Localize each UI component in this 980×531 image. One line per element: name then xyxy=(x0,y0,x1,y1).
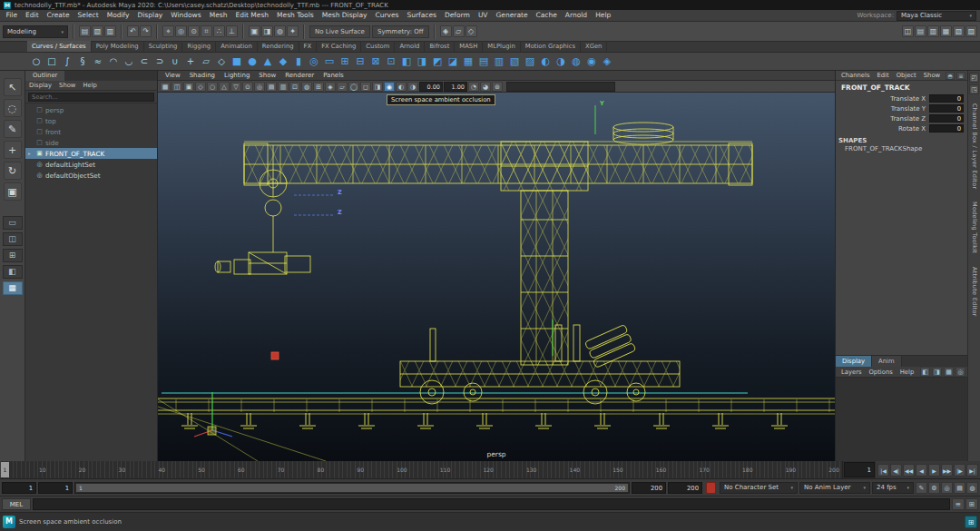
select-tool-icon[interactable]: ↖ xyxy=(4,78,22,96)
shelf-icon[interactable]: □ xyxy=(44,54,59,69)
shelf-icon[interactable]: ⊠ xyxy=(368,54,383,69)
outliner-search-input[interactable] xyxy=(28,93,154,102)
Translate X[interactable]: Translate X 0 xyxy=(836,93,967,103)
shelf-icon[interactable]: ◍ xyxy=(569,54,583,69)
script-editor-icon[interactable]: ≡ xyxy=(952,498,965,510)
gamma-field[interactable]: 1.00 xyxy=(444,82,467,92)
menu-item[interactable]: Cache xyxy=(532,10,561,21)
auto-keyframe-icon[interactable] xyxy=(706,482,716,494)
layer-editor-menu-item[interactable]: Help xyxy=(897,369,918,376)
viewport-menu-item[interactable]: Renderer xyxy=(280,72,318,79)
step-back-key-button[interactable]: ◀◀ xyxy=(903,464,915,477)
shelf-icon[interactable]: ▭ xyxy=(322,54,337,69)
channel-box-menu-item[interactable]: Channels xyxy=(838,72,873,79)
anim-layer-selector[interactable]: No Anim Layer xyxy=(799,482,870,494)
menu-item[interactable]: Arnold xyxy=(561,10,591,21)
viewport-toolbar-icon[interactable]: ◇ xyxy=(195,82,206,92)
viewport-menu-item[interactable]: Lighting xyxy=(220,72,254,79)
viewport-camera-dropdown[interactable] xyxy=(506,82,615,92)
shelf-tab[interactable]: Animation xyxy=(216,41,258,52)
anim-pref-icon[interactable]: ✎ xyxy=(916,482,927,494)
viewport-toolbar-icon[interactable]: ▣ xyxy=(183,82,194,92)
playback-start-field[interactable]: 1 xyxy=(38,482,73,494)
outliner-item[interactable]: □ side xyxy=(25,137,157,148)
grid-icon[interactable]: ⊞ xyxy=(965,516,977,528)
layout-outliner-persp[interactable]: ▦ xyxy=(3,281,23,295)
menu-item[interactable]: UV xyxy=(474,10,492,21)
live-surface-indicator[interactable]: No Live Surface xyxy=(309,25,370,38)
menu-item[interactable]: Surfaces xyxy=(403,10,440,21)
viewport-toolbar-icon[interactable]: ⊙ xyxy=(242,82,253,92)
viewport-toolbar-icon[interactable]: ◻ xyxy=(360,82,371,92)
outliner-panel-tab[interactable]: Outliner xyxy=(25,71,64,81)
layer-list[interactable] xyxy=(836,378,967,461)
shelf-tab[interactable]: FX xyxy=(299,41,318,52)
shelf-icon[interactable]: ▧ xyxy=(507,54,522,69)
shelf-tab[interactable]: Sculpting xyxy=(144,41,183,52)
menu-item[interactable]: Select xyxy=(74,10,103,21)
shelf-icon[interactable]: ▮ xyxy=(291,54,306,69)
snap-icon[interactable]: ◎ xyxy=(175,25,187,37)
viewport-toolbar-icon[interactable]: ⊚ xyxy=(492,82,503,92)
shelf-icon[interactable]: ▥ xyxy=(492,54,506,69)
shelf-icon[interactable]: ◐ xyxy=(538,54,553,69)
shelf-icon[interactable]: ◨ xyxy=(415,54,429,69)
shelf-icon[interactable]: ◇ xyxy=(214,54,229,69)
viewport-toolbar-icon[interactable]: △ xyxy=(219,82,230,92)
step-forward-frame-button[interactable]: |▶ xyxy=(954,464,965,477)
viewport-toolbar-icon[interactable]: ◨ xyxy=(372,82,383,92)
selected-object-name[interactable]: FRONT_OF_TRACK xyxy=(836,81,967,93)
panel-strip-label[interactable]: Modeling Toolkit xyxy=(971,202,978,253)
shelf-icon[interactable]: ▦ xyxy=(461,54,475,69)
step-back-frame-button[interactable]: ◀| xyxy=(890,464,902,477)
scale-tool-icon[interactable]: ▣ xyxy=(4,182,22,201)
channel-value-field[interactable]: 0 xyxy=(929,114,964,123)
channel-box-menu-item[interactable]: Object xyxy=(893,72,920,79)
file-status-icon[interactable]: ▥ xyxy=(104,25,116,37)
play-forward-button[interactable]: ▶ xyxy=(928,464,940,477)
menu-item[interactable]: Curves xyxy=(371,10,403,21)
outliner-menu-item[interactable]: Help xyxy=(79,82,101,89)
shelf-icon[interactable]: ∫ xyxy=(60,54,74,69)
menu-item[interactable]: Mesh xyxy=(205,10,231,21)
range-slider[interactable]: 1 200 xyxy=(74,482,630,494)
time-slider[interactable]: 1 11020304050607080901001101201301401501… xyxy=(0,461,843,478)
outliner-menu-item[interactable]: Show xyxy=(55,82,79,89)
layer-icon-button[interactable]: ◧ xyxy=(920,367,930,377)
menu-item[interactable]: Edit xyxy=(22,10,44,21)
shelf-icon[interactable]: ∪ xyxy=(168,54,182,69)
layout-four-pane[interactable]: ⊞ xyxy=(3,249,23,262)
shelf-icon[interactable]: ◪ xyxy=(446,54,460,69)
render-icon[interactable]: ◨ xyxy=(261,25,273,37)
status-icon[interactable]: ◈ xyxy=(440,25,452,37)
viewport-toolbar-icon[interactable]: ◫ xyxy=(172,82,182,92)
outliner-item[interactable]: ◎ defaultLightSet xyxy=(25,159,157,170)
shelf-tab[interactable]: Custom xyxy=(361,41,395,52)
menuset-selector[interactable]: Modeling xyxy=(3,25,68,38)
viewport-toolbar-icon[interactable]: ⊞ xyxy=(313,82,324,92)
shelf-icon[interactable]: ◉ xyxy=(584,54,599,69)
panel-strip-icon[interactable]: ◰ xyxy=(969,73,979,83)
shelf-tab[interactable]: MASH xyxy=(455,41,483,52)
channel-value-field[interactable]: 0 xyxy=(929,124,964,133)
shelf-icon[interactable]: ◡ xyxy=(122,54,136,69)
layout-two-pane[interactable]: ◫ xyxy=(3,232,23,246)
shelf-tab[interactable]: Poly Modeling xyxy=(92,41,144,52)
outliner-item[interactable]: ▸ ▣ FRONT_OF_TRACK xyxy=(25,148,157,159)
undo-redo-icon[interactable]: ↷ xyxy=(140,25,152,37)
render-icon[interactable]: ◍ xyxy=(274,25,286,37)
exposure-field[interactable]: 0.00 xyxy=(419,82,443,92)
render-icon[interactable]: ▣ xyxy=(249,25,260,37)
shelf-tab[interactable]: Curves / Surfaces xyxy=(27,41,92,52)
shelf-tab[interactable]: Bifrost xyxy=(425,41,455,52)
shelf-icon[interactable]: ◑ xyxy=(554,54,568,69)
Translate Y[interactable]: Translate Y 0 xyxy=(836,103,967,113)
shelf-icon[interactable]: ◠ xyxy=(106,54,121,69)
shelf-icon[interactable]: ⊡ xyxy=(384,54,398,69)
viewport-toolbar-icon[interactable]: ▱ xyxy=(337,82,348,92)
mel-command-input[interactable] xyxy=(33,498,950,510)
viewport-menu-item[interactable]: Panels xyxy=(318,72,348,79)
viewport-toolbar-icon[interactable]: ◍ xyxy=(301,82,312,92)
animation-start-field[interactable]: 1 xyxy=(2,482,36,494)
status-icon[interactable]: ◇ xyxy=(466,25,477,37)
